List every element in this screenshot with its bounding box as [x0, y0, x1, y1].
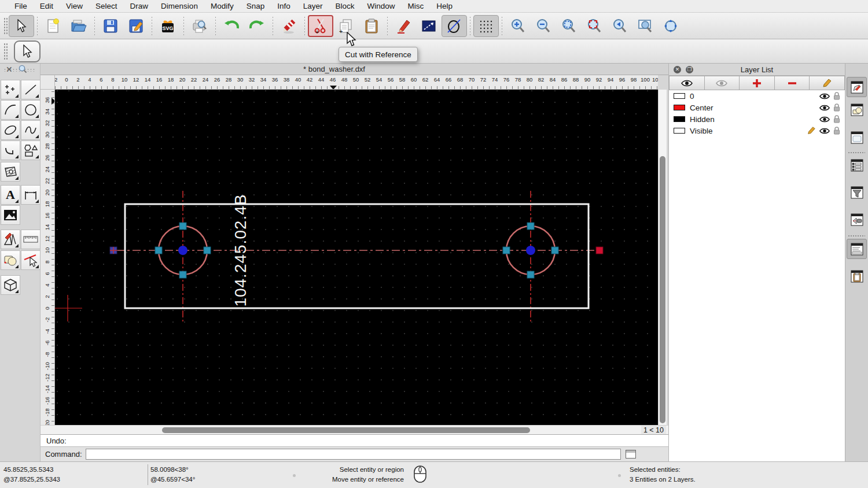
close-document-icon[interactable]: ✕ [6, 65, 13, 74]
zoom-out-button[interactable] [531, 15, 556, 37]
clipboard-dock-button[interactable] [847, 266, 867, 286]
layer-lock-icon[interactable] [833, 127, 840, 135]
document-zoom-icon[interactable] [19, 65, 27, 73]
zoom-previous-button[interactable] [607, 15, 632, 37]
hatch-tool-button[interactable] [1, 162, 20, 182]
save-button[interactable] [98, 15, 123, 37]
menu-item-file[interactable]: File [8, 2, 34, 10]
hide-all-layers-button[interactable] [705, 76, 740, 90]
zoom-selected-button[interactable] [582, 15, 607, 37]
grid-toggle-button[interactable] [473, 15, 499, 37]
layer-lock-icon[interactable] [833, 115, 840, 123]
edit-layer-button[interactable] [810, 76, 845, 90]
layer-row-center[interactable]: Center [669, 102, 845, 113]
text-tool-button[interactable]: A [1, 185, 20, 205]
zoom-window-button[interactable] [632, 15, 658, 37]
top-ruler-label: 70 [469, 76, 475, 83]
command-detach-icon[interactable] [626, 450, 636, 459]
vertical-scrollbar[interactable] [658, 90, 667, 425]
pen-attributes-button[interactable] [391, 15, 416, 37]
zoom-in-button[interactable] [505, 15, 531, 37]
menu-item-window[interactable]: Window [361, 2, 402, 10]
circle-tool-button[interactable] [21, 100, 41, 120]
points-tool-button[interactable] [1, 80, 20, 99]
top-ruler-label: 72 [480, 76, 487, 83]
layer-visibility-icon[interactable] [819, 93, 830, 99]
filter-dock-button[interactable] [847, 182, 867, 202]
remove-layer-button[interactable] [775, 76, 810, 90]
layer-lock-icon[interactable] [833, 92, 840, 100]
horizontal-scroll-thumb[interactable] [162, 427, 530, 433]
zoom-pan-button[interactable] [658, 15, 683, 37]
block-list-dock-button[interactable] [847, 99, 867, 120]
part-number-label[interactable]: 104.245.02.4B [231, 194, 249, 306]
menu-item-block[interactable]: Block [329, 2, 361, 10]
menu-item-select[interactable]: Select [89, 2, 124, 10]
print-preview-button[interactable] [187, 15, 212, 37]
line-attributes-button[interactable] [416, 15, 442, 37]
menu-item-edit[interactable]: Edit [34, 2, 60, 10]
menu-item-info[interactable]: Info [271, 2, 297, 10]
library-browser-dock-button[interactable] [847, 127, 867, 147]
layer-lock-icon[interactable] [833, 103, 840, 112]
menu-item-draw[interactable]: Draw [124, 2, 155, 10]
selection-pointer-button[interactable] [14, 40, 41, 62]
layer-visibility-icon[interactable] [819, 105, 830, 111]
svg-export-button[interactable]: SVG [155, 15, 181, 37]
image-tool-button[interactable] [1, 205, 20, 225]
menu-item-modify[interactable]: Modify [204, 2, 240, 10]
right-center-point[interactable] [526, 246, 535, 255]
menu-item-misc[interactable]: Misc [402, 2, 431, 10]
command-widget-dock-button[interactable] [847, 239, 867, 259]
layer-list-dock-button[interactable] [847, 77, 867, 97]
layer-row-hidden[interactable]: Hidden [669, 113, 845, 125]
layer-row-visible[interactable]: Visible [669, 125, 845, 136]
open-file-button[interactable] [66, 15, 91, 37]
washer-outline-rect[interactable] [125, 204, 589, 308]
layer-visibility-icon[interactable] [819, 116, 830, 123]
zoom-out-icon [535, 18, 551, 34]
save-as-button[interactable] [123, 15, 149, 37]
spline-tool-button[interactable] [21, 120, 41, 140]
menu-item-view[interactable]: View [60, 2, 89, 10]
layer-visibility-icon[interactable] [819, 128, 830, 134]
polyline-tool-button[interactable] [1, 141, 20, 160]
delete-button[interactable] [276, 15, 301, 37]
select-tool-button[interactable] [9, 15, 34, 37]
modify-tools-button[interactable] [1, 230, 20, 249]
horizontal-scrollbar[interactable]: 1 < 10 [41, 425, 668, 434]
3d-box-tool-button[interactable] [1, 275, 20, 295]
command-input[interactable] [86, 449, 621, 460]
toolbar-grip[interactable] [3, 17, 8, 35]
measure-tool-button[interactable] [21, 230, 41, 249]
undo-button[interactable] [219, 15, 244, 37]
zoom-auto-button[interactable] [556, 15, 582, 37]
draft-mode-button[interactable] [442, 15, 467, 37]
left-center-point[interactable] [178, 246, 187, 255]
text-tool-glyph: A [6, 187, 15, 202]
layer-row-0[interactable]: 0 [669, 90, 845, 102]
show-all-layers-button[interactable] [669, 76, 705, 90]
line-tool-button[interactable] [21, 80, 41, 99]
redo-button[interactable] [244, 15, 270, 37]
add-layer-button[interactable] [740, 76, 775, 90]
new-file-button[interactable] [41, 15, 66, 37]
entity-list-dock-button[interactable] [847, 155, 867, 175]
menu-item-snap[interactable]: Snap [240, 2, 271, 10]
vertical-scroll-thumb[interactable] [660, 156, 665, 423]
toolbar-grip[interactable] [3, 43, 8, 60]
layer-color-swatch [674, 105, 685, 110]
modify-delete-button[interactable] [21, 250, 41, 270]
explode-dock-button[interactable] [847, 209, 867, 230]
menu-item-dimension[interactable]: Dimension [155, 2, 204, 10]
block-tool-button[interactable] [1, 250, 20, 270]
arc-tool-button[interactable] [1, 100, 20, 120]
cut-with-reference-button[interactable]: + [308, 15, 333, 37]
polygon-tool-button[interactable] [21, 141, 41, 160]
ellipse-tool-button[interactable] [1, 120, 20, 140]
dimension-tool-button[interactable] [21, 185, 41, 205]
paste-button[interactable] [359, 15, 384, 37]
menu-item-layer[interactable]: Layer [297, 2, 329, 10]
menu-item-help[interactable]: Help [430, 2, 459, 10]
cad-canvas[interactable]: 104.245.02.4B [55, 90, 658, 425]
